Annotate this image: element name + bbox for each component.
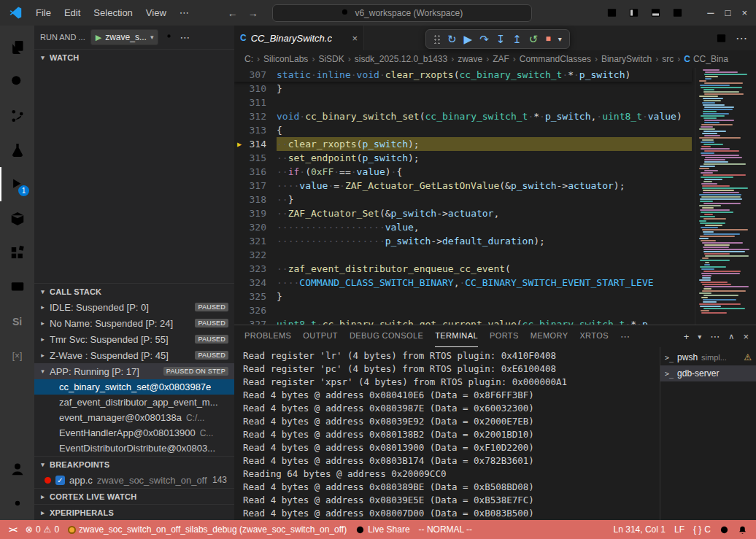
minimize-button[interactable]: ─ (707, 7, 714, 18)
start-debug-icon[interactable]: ▶ (96, 33, 101, 42)
code-line[interactable]: 326 (234, 303, 692, 317)
panel-tab-problems[interactable]: PROBLEMS (244, 325, 291, 347)
notifications-item[interactable] (733, 520, 752, 539)
breadcrumb-item[interactable]: sisdk_2025.12.0_b1433 (355, 54, 447, 64)
sidebar-item-explorer[interactable] (0, 30, 34, 64)
panel-more-actions-icon[interactable]: ⋯ (710, 331, 720, 342)
sidebar-item-extensions[interactable] (0, 236, 34, 270)
breadcrumb-item[interactable]: ZAF (493, 54, 509, 64)
code-line[interactable]: 322 (234, 248, 692, 262)
vim-mode-item[interactable]: -- NORMAL -- (414, 520, 477, 539)
live-share-item[interactable]: Live Share (351, 520, 414, 539)
terminal-dropdown-icon[interactable]: ▾ (698, 333, 701, 341)
code-line[interactable]: 323··zaf_event_distributor_enqueue_cc_ev… (234, 262, 692, 276)
panel-tab-terminal[interactable]: TERMINAL (435, 325, 478, 347)
breakpoints-section-header[interactable]: ▾ BREAKPOINTS (34, 456, 234, 472)
minimap[interactable] (695, 68, 756, 325)
continue-button[interactable]: ▶ (464, 34, 473, 44)
maximize-panel-icon[interactable]: ∧ (728, 332, 734, 341)
manage-button[interactable] (0, 486, 34, 520)
code-line[interactable]: 319··ZAF_Actuator_Set(&p_switch->actuato… (234, 206, 692, 220)
close-tab-icon[interactable]: × (352, 33, 358, 44)
callstack-thread-row[interactable]: ▸Tmr Svc: Suspended [P: 55]PAUSED (34, 331, 234, 347)
sidebar-item-source-control[interactable] (0, 98, 34, 133)
history-back-icon[interactable]: ← (228, 7, 238, 19)
breadcrumb-item[interactable]: zwave (458, 54, 482, 64)
callstack-thread-row[interactable]: ▸Z-Wave : Suspended [P: 45]PAUSED (34, 347, 234, 363)
accounts-button[interactable] (0, 451, 34, 486)
stack-frame-row[interactable]: EventDistributorDistribute@0x0803... (34, 441, 234, 456)
panel-tab-ports[interactable]: PORTS (490, 325, 519, 347)
code-line[interactable]: 313{ (234, 123, 692, 137)
split-editor-icon[interactable] (716, 33, 727, 44)
watch-section-header[interactable]: ▾ WATCH (34, 49, 234, 65)
callstack-thread-row[interactable]: ▾APP: Running [P: 17]PAUSED ON STEP (34, 363, 234, 379)
breadcrumb-item[interactable]: SiSDK (318, 54, 344, 64)
cursor-position-item[interactable]: Ln 314, Col 1 (609, 520, 670, 539)
problems-indicator[interactable]: ⊗ 0 ⚠ 0 (21, 520, 63, 539)
terminal-list-item[interactable]: >_gdb-server (660, 365, 756, 381)
debug-views-more-button[interactable]: ⋯ (180, 31, 190, 43)
code-line[interactable]: 327uint8_t·cc_binary_switch_get_current_… (234, 317, 692, 325)
tab-cc-binaryswitch[interactable]: C CC_BinarySwitch.c × (234, 26, 364, 50)
step-out-button[interactable]: ↥ (512, 34, 522, 44)
breadcrumb-item[interactable]: BinarySwitch (601, 54, 652, 64)
terminal-output[interactable]: Read register 'lr' (4 bytes) from RTOS p… (234, 347, 660, 520)
play-circle-item[interactable] (715, 520, 733, 539)
menu-selection[interactable]: Selection (87, 5, 139, 20)
language-mode-item[interactable]: { } C (689, 520, 715, 539)
breadcrumb-item[interactable]: C: (244, 54, 253, 64)
sidebar-item-remote-explorer[interactable] (0, 270, 34, 304)
sticky-line[interactable]: 307static·inline·void·clear_rxopts(cc_bi… (234, 68, 692, 82)
breadcrumb-item[interactable]: CCC_Bina (684, 54, 728, 64)
toggle-panel-icon[interactable] (650, 7, 661, 18)
eol-item[interactable]: LF (670, 520, 689, 539)
breakpoint-row[interactable]: ✓ app.c zwave_soc_switch_on_off 143 (34, 472, 234, 488)
customize-layout-icon[interactable] (606, 7, 617, 18)
debug-config-item[interactable]: zwave_soc_switch_on_off_silabs_debug (zw… (63, 520, 351, 539)
code-line[interactable]: 320···················value, (234, 220, 692, 234)
code-line[interactable]: 321···················p_switch->default_… (234, 234, 692, 248)
debug-session-dropdown-icon[interactable]: ▾ (558, 34, 562, 44)
toolbar-drag-handle[interactable] (433, 34, 440, 44)
remote-indicator[interactable]: >< (4, 520, 21, 539)
stack-frame-row[interactable]: cc_binary_switch_set@0x0803987e (34, 379, 234, 395)
toggle-secondary-sidebar-icon[interactable] (672, 7, 683, 18)
launch-config-select[interactable]: ▶ zwave_s... ▾ (90, 29, 159, 45)
panel-tabs-overflow-icon[interactable]: ⋯ (620, 331, 630, 342)
breadcrumb-item[interactable]: src (662, 54, 674, 64)
stop-button[interactable]: ■ (545, 34, 550, 44)
callstack-thread-row[interactable]: ▸IDLE: Suspended [P: 0]PAUSED (34, 299, 234, 315)
toggle-primary-sidebar-icon[interactable] (628, 7, 639, 18)
breakpoint-checkbox[interactable]: ✓ (55, 476, 65, 485)
menu-edit[interactable]: Edit (58, 5, 87, 20)
sidebar-item-search[interactable] (0, 64, 34, 98)
menu-overflow-icon[interactable]: ⋯ (173, 5, 196, 20)
reset-device-button[interactable]: ↻ (447, 34, 457, 44)
maximize-button[interactable]: □ (725, 7, 731, 18)
code-line[interactable]: 324····COMMAND_CLASS_SWITCH_BINARY,·CC_B… (234, 276, 692, 290)
breadcrumb-item[interactable]: SiliconLabs (263, 54, 308, 64)
command-center-search[interactable]: v6_workspace (Workspace) (272, 4, 532, 22)
code-line[interactable]: 316··if·(0xFF·==·value)·{ (234, 165, 692, 179)
stack-frame-row[interactable]: zaf_event_distributor_app_event_m... (34, 395, 234, 410)
menu-file[interactable]: File (29, 5, 58, 20)
step-over-button[interactable]: ↷ (479, 34, 489, 44)
callstack-thread-row[interactable]: ▸No Name: Suspended [P: 24]PAUSED (34, 315, 234, 331)
panel-tab-xrtos[interactable]: XRTOS (579, 325, 609, 347)
configure-launch-button[interactable] (163, 31, 174, 44)
xperipherals-section-header[interactable]: ▸ XPERIPHERALS (34, 504, 234, 520)
stack-frame-row[interactable]: event_manager@0x080138aC:/... (34, 410, 234, 425)
code-line[interactable]: 311 (234, 96, 692, 109)
panel-tab-output[interactable]: OUTPUT (303, 325, 338, 347)
sidebar-item-silicon-labs[interactable]: Si (0, 304, 34, 338)
call-stack-section-header[interactable]: ▾ CALL STACK (34, 283, 234, 299)
sidebar-item-testing[interactable] (0, 133, 34, 167)
terminal-list-item[interactable]: >_pwshsimpl...⚠ (660, 349, 756, 365)
code-line[interactable]: 317····value·=·ZAF_Actuator_GetLastOnVal… (234, 179, 692, 193)
sidebar-item-containers[interactable] (0, 201, 34, 236)
panel-tab-memory[interactable]: MEMORY (531, 325, 568, 347)
new-terminal-button[interactable]: + (684, 331, 690, 342)
panel-tab-debug-console[interactable]: DEBUG CONSOLE (350, 325, 423, 347)
step-into-button[interactable]: ↧ (496, 34, 506, 44)
